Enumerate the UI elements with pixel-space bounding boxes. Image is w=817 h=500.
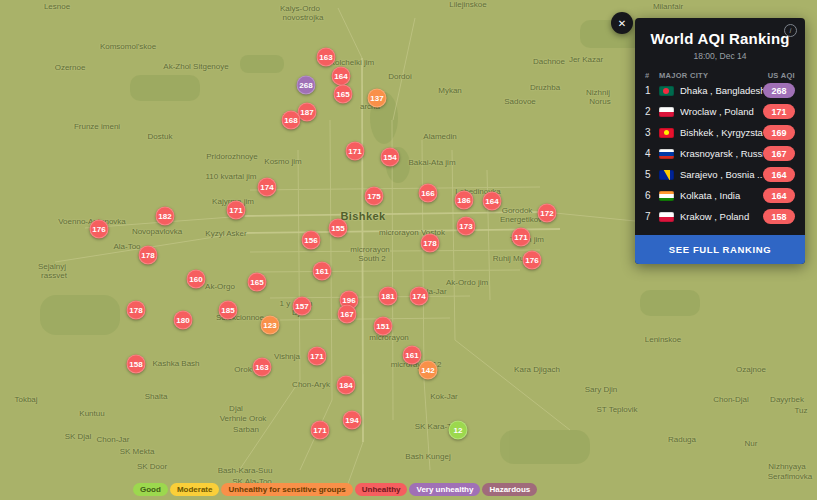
country-flag-icon: [659, 107, 674, 117]
ranking-row[interactable]: 4Krasnoyarsk , Russia167: [635, 143, 805, 164]
column-major-city: MAJOR CITY: [659, 71, 768, 80]
aqi-marker[interactable]: 174: [258, 178, 277, 197]
rank-number: 1: [645, 85, 655, 96]
aqi-badge: 164: [763, 167, 795, 182]
aqi-marker[interactable]: 155: [329, 219, 348, 238]
aqi-marker[interactable]: 154: [381, 148, 400, 167]
ranking-row[interactable]: 1Dhaka , Bangladesh268: [635, 80, 805, 101]
rank-number: 2: [645, 106, 655, 117]
rank-number: 4: [645, 148, 655, 159]
aqi-badge: 164: [763, 188, 795, 203]
aqi-marker[interactable]: 178: [421, 234, 440, 253]
rank-number: 7: [645, 211, 655, 222]
city-name: Krasnoyarsk , Russia: [680, 148, 763, 159]
country-flag-icon: [659, 149, 674, 159]
aqi-marker[interactable]: 164: [332, 67, 351, 86]
legend-item: Unhealthy for sensitive groups: [221, 483, 352, 496]
ranking-header: # MAJOR CITY US AQI: [635, 71, 805, 80]
aqi-marker[interactable]: 156: [302, 231, 321, 250]
aqi-marker[interactable]: 151: [374, 317, 393, 336]
aqi-badge: 167: [763, 146, 795, 161]
aqi-marker[interactable]: 174: [410, 287, 429, 306]
ranking-rows: 1Dhaka , Bangladesh2682Wroclaw , Poland1…: [635, 80, 805, 227]
country-flag-icon: [659, 170, 674, 180]
aqi-marker[interactable]: 171: [512, 228, 531, 247]
aqi-marker[interactable]: 157: [293, 297, 312, 316]
rank-number: 5: [645, 169, 655, 180]
aqi-marker[interactable]: 194: [343, 411, 362, 430]
aqi-marker[interactable]: 173: [457, 217, 476, 236]
aqi-marker[interactable]: 171: [346, 142, 365, 161]
ranking-row[interactable]: 3Bishkek , Kyrgyzstan169: [635, 122, 805, 143]
aqi-marker[interactable]: 163: [317, 48, 336, 67]
aqi-badge: 169: [763, 125, 795, 140]
ranking-panel: i World AQI Ranking 18:00, Dec 14 # MAJO…: [635, 18, 805, 264]
legend-item: Unhealthy: [355, 483, 408, 496]
aqi-marker[interactable]: 161: [313, 262, 332, 281]
aqi-marker[interactable]: 172: [538, 204, 557, 223]
aqi-marker[interactable]: 184: [337, 376, 356, 395]
ranking-row[interactable]: 2Wroclaw , Poland171: [635, 101, 805, 122]
info-icon[interactable]: i: [784, 24, 797, 37]
aqi-marker[interactable]: 12: [449, 421, 468, 440]
aqi-marker[interactable]: 176: [90, 220, 109, 239]
legend-item: Hazardous: [482, 483, 537, 496]
aqi-marker[interactable]: 176: [523, 251, 542, 270]
aqi-marker[interactable]: 186: [455, 191, 474, 210]
aqi-marker[interactable]: 123: [261, 316, 280, 335]
aqi-marker[interactable]: 168: [282, 111, 301, 130]
city-name: Kolkata , India: [680, 190, 763, 201]
panel-subtitle: 18:00, Dec 14: [635, 51, 805, 61]
rank-number: 3: [645, 127, 655, 138]
aqi-marker[interactable]: 165: [334, 85, 353, 104]
country-flag-icon: [659, 212, 674, 222]
aqi-legend: GoodModerateUnhealthy for sensitive grou…: [133, 483, 537, 496]
legend-item: Very unhealthy: [409, 483, 480, 496]
city-name: Dhaka , Bangladesh: [680, 85, 763, 96]
aqi-marker[interactable]: 178: [139, 246, 158, 265]
aqi-marker[interactable]: 178: [127, 301, 146, 320]
country-flag-icon: [659, 128, 674, 138]
aqi-marker[interactable]: 171: [311, 421, 330, 440]
column-us-aqi: US AQI: [768, 71, 795, 80]
aqi-marker[interactable]: 180: [174, 311, 193, 330]
aqi-badge: 158: [763, 209, 795, 224]
see-full-ranking-button[interactable]: SEE FULL RANKING: [635, 235, 805, 264]
legend-item: Moderate: [170, 483, 220, 496]
city-name: Wroclaw , Poland: [680, 106, 763, 117]
aqi-marker[interactable]: 165: [248, 273, 267, 292]
aqi-marker[interactable]: 166: [419, 184, 438, 203]
country-flag-icon: [659, 191, 674, 201]
panel-title: World AQI Ranking: [635, 30, 805, 47]
aqi-marker[interactable]: 163: [253, 358, 272, 377]
aqi-marker[interactable]: 137: [368, 89, 387, 108]
aqi-marker[interactable]: 185: [219, 301, 238, 320]
aqi-marker[interactable]: 171: [308, 347, 327, 366]
aqi-marker[interactable]: 167: [338, 305, 357, 324]
aqi-marker[interactable]: 182: [156, 207, 175, 226]
legend-item: Good: [133, 483, 168, 496]
aqi-marker[interactable]: 164: [483, 192, 502, 211]
ranking-row[interactable]: 6Kolkata , India164: [635, 185, 805, 206]
aqi-marker[interactable]: 158: [127, 355, 146, 374]
aqi-marker[interactable]: 142: [419, 361, 438, 380]
ranking-row[interactable]: 7Krakow , Poland158: [635, 206, 805, 227]
aqi-marker[interactable]: 171: [227, 201, 246, 220]
close-panel-button[interactable]: ✕: [611, 12, 633, 34]
rank-number: 6: [645, 190, 655, 201]
aqi-marker[interactable]: 161: [403, 346, 422, 365]
country-flag-icon: [659, 86, 674, 96]
aqi-marker[interactable]: 181: [379, 287, 398, 306]
aqi-marker[interactable]: 268: [297, 76, 316, 95]
ranking-row[interactable]: 5Sarajevo , Bosnia ...164: [635, 164, 805, 185]
aqi-marker[interactable]: 175: [365, 187, 384, 206]
city-name: Sarajevo , Bosnia ...: [680, 169, 763, 180]
aqi-marker[interactable]: 160: [187, 270, 206, 289]
column-rank: #: [645, 71, 659, 80]
city-name: Krakow , Poland: [680, 211, 763, 222]
aqi-badge: 171: [763, 104, 795, 119]
aqi-badge: 268: [763, 83, 795, 98]
city-name: Bishkek , Kyrgyzstan: [680, 127, 763, 138]
